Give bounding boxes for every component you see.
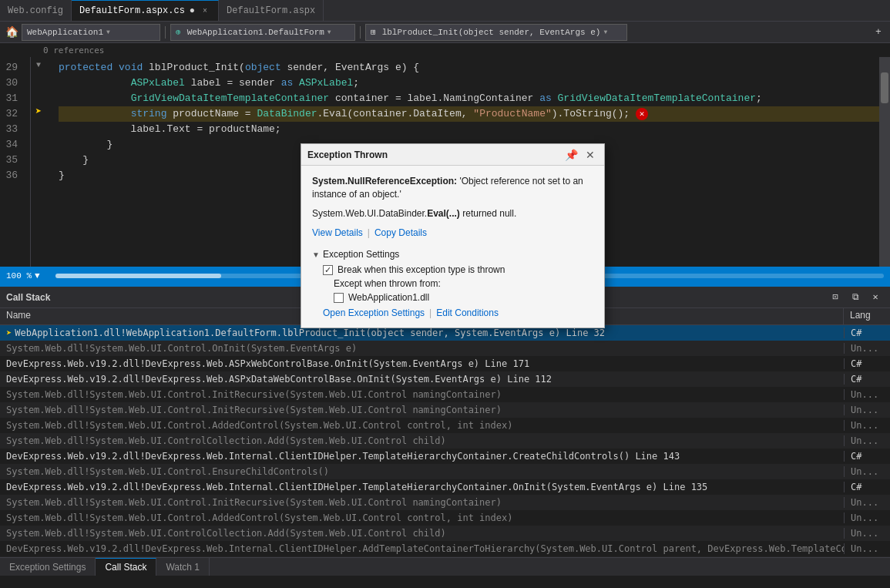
table-row[interactable]: System.Web.dll!System.Web.UI.Control.Ens… <box>0 464 890 479</box>
table-row[interactable]: DevExpress.Web.v19.2.dll!DevExpress.Web.… <box>0 556 890 557</box>
tab-call-stack[interactable]: Call Stack <box>96 558 156 576</box>
cs-cell-lang: C# <box>844 482 890 492</box>
editor-toolbar: 🏠 WebApplication1 ▼ ⊕ WebApplication1.De… <box>0 22 890 43</box>
callstack-table: Name Lang ➤ WebApplication1.dll!WebAppli… <box>0 308 890 557</box>
table-row[interactable]: System.Web.dll!System.Web.UI.Control.Add… <box>0 418 890 433</box>
scrollbar-thumb[interactable] <box>881 72 888 103</box>
cs-cell-name: System.Web.dll!System.Web.UI.Control.Ini… <box>0 405 844 415</box>
table-row[interactable]: DevExpress.Web.v19.2.dll!DevExpress.Web.… <box>0 541 890 556</box>
table-row[interactable]: System.Web.dll!System.Web.UI.Control.Ini… <box>0 402 890 418</box>
code-line-30: ASPxLabel label = sender as ASPxLabel; <box>59 76 879 91</box>
line-num-30: 30 <box>0 76 24 91</box>
gutter-35 <box>31 150 46 165</box>
exception-popup: Exception Thrown 📌 ✕ System.NullReferenc… <box>301 143 605 328</box>
cs-cell-lang: Un... <box>844 497 890 508</box>
link-divider: | <box>368 227 370 238</box>
popup-close-btn[interactable]: ✕ <box>583 147 598 163</box>
gutter-34 <box>31 134 46 150</box>
webapp-dll-checkbox[interactable] <box>334 293 344 303</box>
cs-cell-lang: C# <box>844 374 890 385</box>
cs-cell-lang: Un... <box>844 466 890 477</box>
zoom-dropdown-arrow[interactable]: ▼ <box>35 271 40 281</box>
ref-count: 0 references <box>43 45 104 55</box>
table-row[interactable]: System.Web.dll!System.Web.UI.Control.Ini… <box>0 495 890 510</box>
tab-default-form-cs[interactable]: DefaultForm.aspx.cs ● × <box>72 0 219 21</box>
zoom-level: 100 % <box>6 271 32 281</box>
add-btn[interactable]: + <box>870 24 887 41</box>
cs-cell-lang: Un... <box>844 405 890 415</box>
popup-action-links: View Details | Copy Details <box>312 227 593 238</box>
cs-cell-lang: Un... <box>844 512 890 523</box>
detail-method: Eval(...) <box>427 208 460 219</box>
table-row[interactable]: System.Web.dll!System.Web.UI.Control.OnI… <box>0 341 890 356</box>
table-row[interactable]: System.Web.dll!System.Web.UI.Control.Add… <box>0 510 890 526</box>
gutter-33 <box>31 119 46 134</box>
open-exception-settings-link[interactable]: Open Exception Settings <box>323 307 425 318</box>
table-row[interactable]: System.Web.dll!System.Web.UI.ControlColl… <box>0 526 890 541</box>
settings-header[interactable]: ▼ Exception Settings <box>312 249 593 260</box>
table-row[interactable]: DevExpress.Web.v19.2.dll!DevExpress.Web.… <box>0 449 890 464</box>
cs-cell-lang: Un... <box>844 389 890 400</box>
line-num-34: 34 <box>0 137 24 153</box>
break-checkbox[interactable]: ✓ <box>323 265 333 275</box>
popup-title: Exception Thrown <box>307 150 560 160</box>
detail-prefix: System.Web.UI.DataBinder. <box>312 208 427 219</box>
view-details-link[interactable]: View Details <box>312 227 363 238</box>
panel-float-btn[interactable]: ⧉ <box>847 289 864 306</box>
cs-cell-lang: Un... <box>844 435 890 446</box>
method-dropdown[interactable]: ⊞ lblProduct_Init(object sender, EventAr… <box>365 24 627 41</box>
table-row[interactable]: System.Web.dll!System.Web.UI.Control.Ini… <box>0 387 890 402</box>
cs-cell-lang: Un... <box>844 543 890 554</box>
break-on-exception-item: ✓ Break when this exception type is thro… <box>312 264 593 275</box>
cs-cell-lang: C# <box>844 451 890 462</box>
method-dropdown-arrow: ▼ <box>603 29 607 35</box>
method-icon: ⊞ <box>371 27 376 37</box>
panel-close-btn[interactable]: ✕ <box>867 289 884 306</box>
table-row[interactable]: DevExpress.Web.v19.2.dll!DevExpress.Web.… <box>0 371 890 387</box>
table-row[interactable]: DevExpress.Web.v19.2.dll!DevExpress.Web.… <box>0 356 890 371</box>
toolbar-separator <box>165 26 166 39</box>
tab-watch-1[interactable]: Watch 1 <box>156 558 210 576</box>
project-dropdown-arrow: ▼ <box>106 29 110 35</box>
tab-label: DefaultForm.aspx <box>227 5 315 16</box>
cs-cell-name: System.Web.dll!System.Web.UI.ControlColl… <box>0 528 844 539</box>
copy-details-link[interactable]: Copy Details <box>374 227 427 238</box>
line-num-32: 32 <box>0 106 24 122</box>
callstack-rows: ➤ WebApplication1.dll!WebApplication1.De… <box>0 325 890 557</box>
line-num-29: 29 <box>0 60 24 76</box>
code-line-32: string productName = DataBinder.Eval(con… <box>59 106 879 122</box>
tab-label: Call Stack <box>105 562 146 573</box>
tab-web-config[interactable]: Web.config <box>0 0 72 21</box>
cs-cell-name: DevExpress.Web.v19.2.dll!DevExpress.Web.… <box>0 358 844 369</box>
popup-pin-btn[interactable]: 📌 <box>565 149 578 161</box>
editor-scrollbar[interactable] <box>879 57 890 267</box>
cs-cell-lang: C# <box>844 328 890 338</box>
cs-cell-name: DevExpress.Web.v19.2.dll!DevExpress.Web.… <box>0 482 844 492</box>
webapp-dll-label: WebApplication1.dll <box>348 292 429 303</box>
project-dropdown-label: WebApplication1 <box>27 28 103 37</box>
cs-cell-name: System.Web.dll!System.Web.UI.Control.Ens… <box>0 466 844 477</box>
method-dropdown-label: lblProduct_Init(object sender, EventArgs… <box>382 28 601 37</box>
table-row[interactable]: System.Web.dll!System.Web.UI.ControlColl… <box>0 433 890 449</box>
cs-cell-name: System.Web.dll!System.Web.UI.ControlColl… <box>0 435 844 446</box>
collapse-icon-29[interactable]: ▼ <box>36 61 41 69</box>
table-row[interactable]: DevExpress.Web.v19.2.dll!DevExpress.Web.… <box>0 479 890 495</box>
edit-conditions-link[interactable]: Edit Conditions <box>436 307 499 318</box>
error-indicator: ✕ <box>636 108 648 120</box>
line-num-33: 33 <box>0 122 24 137</box>
webapp-dll-item: WebApplication1.dll <box>312 292 593 303</box>
project-dropdown[interactable]: WebApplication1 ▼ <box>22 24 160 41</box>
bottom-tab-bar: Exception Settings Call Stack Watch 1 <box>0 557 890 576</box>
detail-suffix: returned null. <box>460 208 516 219</box>
panel-dock-btn[interactable]: ⊡ <box>827 289 844 306</box>
class-dropdown[interactable]: ⊕ WebApplication1.DefaultForm ▼ <box>170 24 355 41</box>
class-dropdown-label: WebApplication1.DefaultForm <box>187 28 324 37</box>
tab-close-btn[interactable]: × <box>200 5 210 16</box>
settings-triangle-icon: ▼ <box>312 250 320 259</box>
tab-exception-settings[interactable]: Exception Settings <box>0 558 96 576</box>
zoom-control: 100 % ▼ <box>6 271 40 281</box>
settings-title: Exception Settings <box>323 249 399 260</box>
tab-default-form-aspx[interactable]: DefaultForm.aspx <box>219 0 324 21</box>
cs-cell-name: System.Web.dll!System.Web.UI.Control.Add… <box>0 420 844 431</box>
exception-type-name: System.NullReferenceException: <box>312 176 457 186</box>
